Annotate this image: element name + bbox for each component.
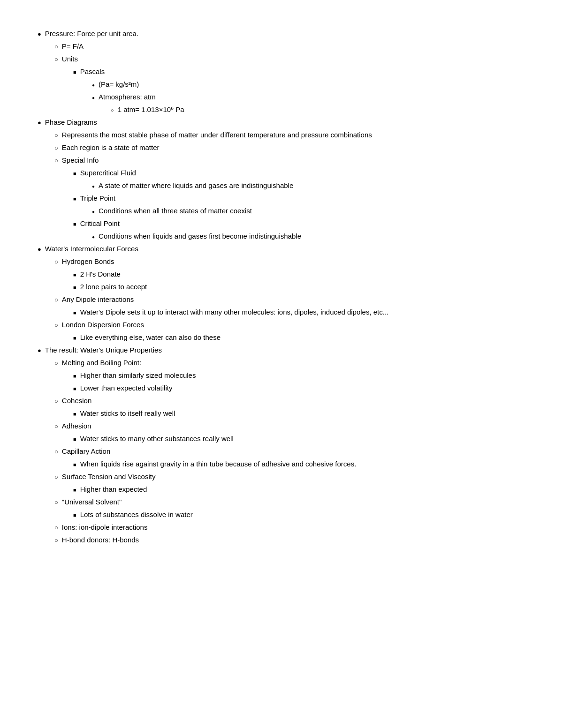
list-item: ●Conditions when liquids and gases first… xyxy=(38,231,535,242)
item-text: Any Dipole interactions xyxy=(62,294,134,305)
item-text: Hydrogen Bonds xyxy=(62,256,114,267)
page-content: ●Pressure: Force per unit area.○P= F/A○U… xyxy=(38,28,535,546)
bullet-icon: ○ xyxy=(54,536,58,546)
bullet-icon: ○ xyxy=(54,473,58,482)
bullet-icon: ○ xyxy=(54,55,58,65)
bullet-icon: ● xyxy=(38,30,41,39)
list-item: ○Units xyxy=(38,53,535,65)
item-text: Capillary Action xyxy=(62,446,110,457)
item-text: Lots of substances dissolve in water xyxy=(80,509,193,520)
item-text: Lower than expected volatility xyxy=(80,383,173,394)
item-text: "Universal Solvent" xyxy=(62,496,122,508)
bullet-icon: ○ xyxy=(111,106,114,115)
list-item: ●Pressure: Force per unit area. xyxy=(38,28,535,39)
item-text: When liquids rise against gravity in a t… xyxy=(80,458,357,470)
list-item: ○Melting and Boiling Point: xyxy=(38,357,535,368)
bullet-icon: ● xyxy=(92,183,95,190)
bullet-icon: ■ xyxy=(73,284,76,292)
list-item: ○Capillary Action xyxy=(38,446,535,457)
bullet-icon: ■ xyxy=(73,372,76,381)
bullet-icon: ● xyxy=(38,118,41,128)
list-item: ○Hydrogen Bonds xyxy=(38,256,535,267)
list-item: ●(Pa= kg/s²m) xyxy=(38,79,535,90)
item-text: Water sticks to itself really well xyxy=(80,408,175,419)
bullet-icon: ○ xyxy=(54,359,58,368)
item-text: London Dispersion Forces xyxy=(62,319,144,330)
list-item: ○Special Info xyxy=(38,155,535,166)
list-item: ○Surface Tension and Viscosity xyxy=(38,471,535,482)
bullet-icon: ○ xyxy=(54,498,58,508)
bullet-icon: ○ xyxy=(54,422,58,432)
list-item: ○1 atm= 1.013×10⁶ Pa xyxy=(38,104,535,115)
item-text: Cohesion xyxy=(62,395,91,406)
bullet-icon: ■ xyxy=(73,195,76,203)
list-item: ■2 H's Donate xyxy=(38,269,535,280)
list-item: ■Water sticks to many other substances r… xyxy=(38,433,535,444)
item-text: Special Info xyxy=(62,155,99,166)
list-item: ■Water sticks to itself really well xyxy=(38,408,535,419)
bullet-icon: ● xyxy=(92,82,95,89)
item-text: Water's Intermolecular Forces xyxy=(45,243,138,255)
list-item: ○Represents the most stable phase of mat… xyxy=(38,129,535,141)
item-text: Conditions when all three states of matt… xyxy=(99,205,252,217)
bullet-icon: ○ xyxy=(54,156,58,166)
bullet-icon: ■ xyxy=(73,435,76,444)
item-text: Units xyxy=(62,53,78,65)
item-text: Water sticks to many other substances re… xyxy=(80,433,234,444)
bullet-icon: ● xyxy=(92,208,95,216)
bullet-icon: ● xyxy=(38,346,41,356)
list-item: ■Pascals xyxy=(38,66,535,77)
list-item: ○"Universal Solvent" xyxy=(38,496,535,508)
item-text: Conditions when liquids and gases first … xyxy=(99,231,301,242)
item-text: Critical Point xyxy=(80,218,120,229)
list-item: ○H-bond donors: H-bonds xyxy=(38,534,535,546)
bullet-icon: ■ xyxy=(73,170,76,178)
bullet-icon: ○ xyxy=(54,42,58,52)
item-text: 1 atm= 1.013×10⁶ Pa xyxy=(118,104,184,115)
list-item: ●Atmospheres: atm xyxy=(38,91,535,103)
list-item: ■2 lone pairs to accept xyxy=(38,281,535,293)
bullet-icon: ● xyxy=(38,245,41,255)
item-text: Pressure: Force per unit area. xyxy=(45,28,138,39)
item-text: Atmospheres: atm xyxy=(99,91,156,103)
item-text: Adhesion xyxy=(62,420,91,432)
item-text: Pascals xyxy=(80,66,105,77)
item-text: Triple Point xyxy=(80,193,115,204)
item-text: P= F/A xyxy=(62,41,84,52)
list-item: ●Water's Intermolecular Forces xyxy=(38,243,535,255)
list-item: ■Lots of substances dissolve in water xyxy=(38,509,535,520)
list-item: ■Critical Point xyxy=(38,218,535,229)
list-item: ○Adhesion xyxy=(38,420,535,432)
item-text: Higher than expected xyxy=(80,484,147,495)
list-item: ■Like everything else, water can also do… xyxy=(38,332,535,343)
list-item: ○Each region is a state of matter xyxy=(38,142,535,153)
list-item: ●A state of matter where liquids and gas… xyxy=(38,180,535,191)
item-text: 2 lone pairs to accept xyxy=(80,281,147,293)
bullet-icon: ○ xyxy=(54,447,58,457)
bullet-icon: ■ xyxy=(73,461,76,469)
list-item: ●The result: Water's Unique Properties xyxy=(38,345,535,356)
bullet-icon: ■ xyxy=(73,68,76,77)
item-text: The result: Water's Unique Properties xyxy=(45,345,162,356)
bullet-icon: ■ xyxy=(73,385,76,393)
list-item: ■Water's Dipole sets it up to interact w… xyxy=(38,307,535,318)
bullet-icon: ○ xyxy=(54,143,58,153)
list-item: ○London Dispersion Forces xyxy=(38,319,535,330)
list-item: ○P= F/A xyxy=(38,41,535,52)
bullet-icon: ■ xyxy=(73,309,76,317)
item-text: Each region is a state of matter xyxy=(62,142,160,153)
item-text: Represents the most stable phase of matt… xyxy=(62,129,372,141)
item-text: A state of matter where liquids and gase… xyxy=(99,180,293,191)
item-text: Melting and Boiling Point: xyxy=(62,357,141,368)
list-item: ■Lower than expected volatility xyxy=(38,383,535,394)
bullet-icon: ○ xyxy=(54,131,58,141)
item-text: H-bond donors: H-bonds xyxy=(62,534,139,546)
item-text: Supercritical Fluid xyxy=(80,167,136,179)
item-text: Higher than similarly sized molecules xyxy=(80,370,196,381)
list-item: ○Ions: ion-dipole interactions xyxy=(38,522,535,533)
list-item: ■Higher than similarly sized molecules xyxy=(38,370,535,381)
bullet-icon: ■ xyxy=(73,486,76,495)
bullet-icon: ■ xyxy=(73,410,76,419)
bullet-icon: ○ xyxy=(54,321,58,330)
bullet-icon: ○ xyxy=(54,257,58,267)
